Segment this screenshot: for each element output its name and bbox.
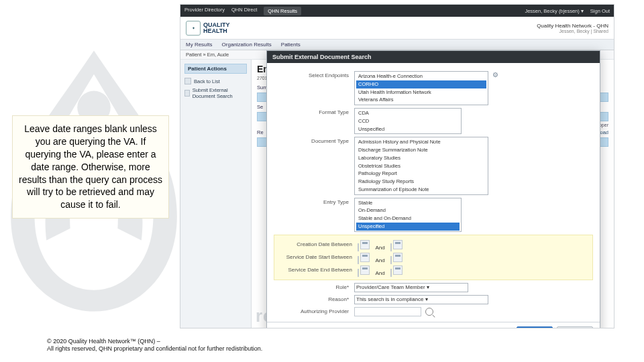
sidebar-back-to-list[interactable]: Back to List xyxy=(184,76,247,86)
org-name: Quality Health Network - QHN xyxy=(537,23,608,29)
entry-option-both[interactable]: Stable and On-Demand xyxy=(356,215,460,223)
modal-title: Submit External Document Search xyxy=(267,51,600,63)
copyright-footer: © 2020 Quality Health Network™ (QHN) – A… xyxy=(47,338,262,353)
gear-icon[interactable]: ⚙ xyxy=(492,71,498,78)
authorizing-provider-input[interactable] xyxy=(354,307,421,316)
qhn-logo: ✦ QUALITYHEALTH xyxy=(186,21,230,36)
entry-option-stable[interactable]: Stable xyxy=(356,199,460,207)
service-start-from[interactable] xyxy=(358,256,359,264)
format-type-listbox[interactable]: CDA CCD Unspecified xyxy=(354,108,462,134)
tab-my-results[interactable]: My Results xyxy=(186,42,213,48)
modal-footer: Submit Cancel xyxy=(267,322,600,329)
topnav-item-qhn-direct[interactable]: QHN Direct xyxy=(231,7,257,15)
and-text-2: And xyxy=(375,257,384,263)
footer-line-1: © 2020 Quality Health Network™ (QHN) – xyxy=(47,338,262,345)
date-range-highlight: Creation Date Between And Service Date S… xyxy=(274,235,593,280)
sidebar-back-label: Back to List xyxy=(194,78,220,84)
creation-date-from[interactable] xyxy=(358,243,359,251)
entry-option-unspecified[interactable]: Unspecified xyxy=(356,223,460,231)
calendar-icon[interactable] xyxy=(393,253,402,262)
application-window: Provider Directory QHN Direct QHN Result… xyxy=(180,4,614,328)
label-entry-type: Entry Type xyxy=(274,198,354,206)
secondary-tabs: My Results Organization Results Patients xyxy=(180,40,614,50)
endpoint-option-utah[interactable]: Utah Health Information Network xyxy=(356,88,486,97)
logo-icon: ✦ xyxy=(186,21,201,36)
cancel-button[interactable]: Cancel xyxy=(557,326,593,329)
doctype-option-6[interactable]: Summarization of Episode Note xyxy=(356,186,486,194)
logo-text-bottom: HEALTH xyxy=(203,27,227,34)
label-authorizing-provider: Authorizing Provider xyxy=(274,307,354,315)
sidebar-heading: Patient Actions xyxy=(184,64,247,74)
label-service-start: Service Date Start Between xyxy=(277,253,358,261)
endpoint-option-va[interactable]: Veterans Affairs xyxy=(356,96,486,104)
format-option-ccd[interactable]: CCD xyxy=(356,117,460,125)
calendar-icon[interactable] xyxy=(360,240,370,249)
calendar-icon[interactable] xyxy=(393,265,402,275)
role-select[interactable]: Provider/Care Team Member ▾ xyxy=(354,283,468,292)
label-format-type: Format Type xyxy=(274,108,354,116)
service-start-to[interactable] xyxy=(390,256,392,264)
endpoints-listbox[interactable]: Arizona Health-e Connection CORHIO Utah … xyxy=(354,71,488,105)
submit-button[interactable]: Submit xyxy=(517,326,553,329)
creation-date-to[interactable] xyxy=(390,243,392,251)
format-option-cda[interactable]: CDA xyxy=(356,109,460,117)
calendar-icon[interactable] xyxy=(360,265,370,275)
doctype-option-2[interactable]: Laboratory Studies xyxy=(356,154,486,162)
label-creation-date: Creation Date Between xyxy=(277,240,358,248)
label-service-end: Service Date End Between xyxy=(277,265,358,274)
patient-sidebar: Patient Actions Back to List Submit Exte… xyxy=(180,60,252,328)
label-document-type: Document Type xyxy=(274,137,354,145)
calendar-icon[interactable] xyxy=(393,240,402,249)
and-text-3: And xyxy=(375,270,384,276)
doctype-option-1[interactable]: Discharge Summarization Note xyxy=(356,146,486,154)
sidebar-submit-external-search[interactable]: Submit External Document Search xyxy=(184,86,247,101)
document-icon xyxy=(184,90,190,97)
calendar-icon[interactable] xyxy=(360,253,370,262)
doctype-option-3[interactable]: Obstetrical Studies xyxy=(356,162,486,170)
org-subtext: Jessen, Becky | Shared xyxy=(537,29,608,34)
label-reason: Reason* xyxy=(274,295,354,303)
sidebar-submit-label: Submit External Document Search xyxy=(193,87,247,99)
section-label: Se xyxy=(257,104,263,110)
search-icon[interactable] xyxy=(425,308,433,316)
user-menu[interactable]: Jessen, Becky (bjessen) ▾ xyxy=(525,8,583,14)
doctype-option-4[interactable]: Pathology Report xyxy=(356,170,486,178)
external-search-modal: Submit External Document Search Select E… xyxy=(266,50,600,328)
top-nav-bar: Provider Directory QHN Direct QHN Result… xyxy=(180,5,614,17)
signout-link[interactable]: Sign Out xyxy=(590,8,610,14)
label-role: Role* xyxy=(274,283,354,291)
label-endpoints: Select Endpoints xyxy=(274,71,354,79)
app-header: ✦ QUALITYHEALTH Quality Health Network -… xyxy=(180,17,614,40)
service-end-from[interactable] xyxy=(358,269,359,277)
document-type-listbox[interactable]: Admission History and Physical Note Disc… xyxy=(354,137,488,194)
topnav-item-provider-directory[interactable]: Provider Directory xyxy=(184,7,225,15)
endpoint-option-corhio[interactable]: CORHIO xyxy=(356,80,486,88)
format-option-unspecified[interactable]: Unspecified xyxy=(356,125,460,133)
reason-select[interactable]: This search is in compliance ▾ xyxy=(354,295,488,304)
doctype-option-0[interactable]: Admission History and Physical Note xyxy=(356,138,486,146)
service-end-to[interactable] xyxy=(390,269,392,277)
records-label: Re xyxy=(257,129,264,135)
and-text-1: And xyxy=(375,245,384,251)
topnav-item-qhn-results[interactable]: QHN Results xyxy=(264,7,301,15)
doctype-option-5[interactable]: Radiology Study Reports xyxy=(356,178,486,186)
tab-organization-results[interactable]: Organization Results xyxy=(222,42,272,48)
tab-patients[interactable]: Patients xyxy=(281,42,301,48)
endpoint-option-arizona[interactable]: Arizona Health-e Connection xyxy=(356,72,486,80)
entry-option-ondemand[interactable]: On-Demand xyxy=(356,206,460,215)
instruction-callout: Leave date ranges blank unless you are q… xyxy=(12,115,169,219)
footer-line-2: All rights reserved, QHN proprietary and… xyxy=(47,345,262,353)
back-icon xyxy=(184,78,191,84)
entry-type-listbox[interactable]: Stable On-Demand Stable and On-Demand Un… xyxy=(354,198,462,232)
